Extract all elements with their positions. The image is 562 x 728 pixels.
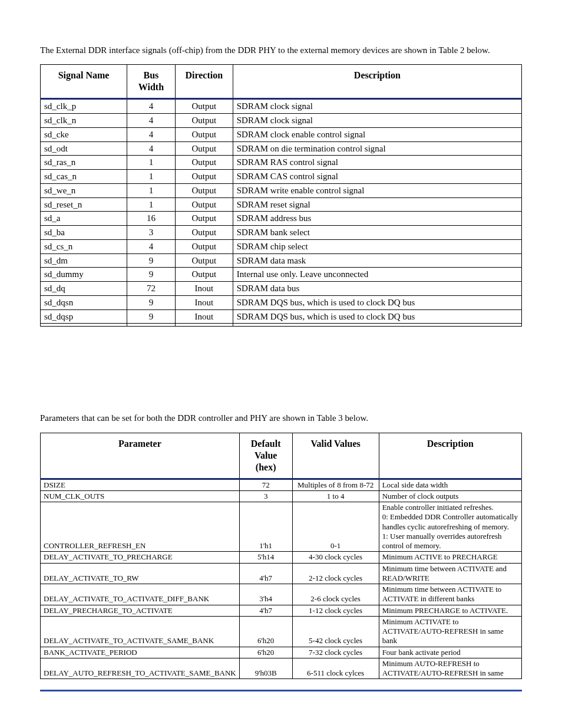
table-cell: SDRAM clock signal (233, 114, 521, 128)
table-cell: 1 (127, 156, 176, 170)
table-cell: DELAY_ACTIVATE_TO_RW (41, 563, 240, 584)
table-row: sd_reset_n1OutputSDRAM reset signal (41, 197, 522, 212)
table-cell: Four bank activate period (379, 647, 521, 658)
table-cell: CONTROLLER_REFRESH_EN (41, 502, 240, 552)
table-cell: 4 (127, 141, 176, 156)
table-cell: 3 (239, 490, 292, 502)
table-row: DELAY_ACTIVATE_TO_ACTIVATE_DIFF_BANK3'h4… (41, 584, 522, 605)
table-cell: Number of clock outputs (379, 490, 521, 502)
table-cell: Output (175, 212, 233, 226)
table-cell: DELAY_ACTIVATE_TO_PRECHARGE (41, 552, 240, 563)
col-direction: Direction (175, 65, 233, 99)
table-cell: Minimum ACTIVATE to ACTIVATE/AUTO-REFRES… (379, 616, 521, 647)
table-cell: sd_dqsp (41, 309, 127, 324)
table-row: DELAY_ACTIVATE_TO_ACTIVATE_SAME_BANK6'h2… (41, 616, 522, 647)
footer-rule (40, 690, 522, 691)
table-cell: 2-12 clock cycles (292, 563, 379, 584)
table-cell: Inout (175, 309, 233, 324)
table-cell: NUM_CLK_OUTS (41, 490, 240, 502)
table-cell: sd_clk_p (41, 99, 127, 114)
table-cell: sd_reset_n (41, 197, 127, 212)
table-row: sd_ba3OutputSDRAM bank select (41, 226, 522, 240)
table-cell: 1 (127, 197, 176, 212)
table-cell: SDRAM on die termination control signal (233, 141, 521, 156)
table-row: sd_clk_p4OutputSDRAM clock signal (41, 99, 522, 114)
table-cell: SDRAM clock enable control signal (233, 127, 521, 141)
table-cell: DSIZE (41, 479, 240, 490)
col-signal-name: Signal Name (41, 65, 127, 99)
table-row: sd_dm9OutputSDRAM data mask (41, 253, 522, 268)
table-cell: SDRAM address bus (233, 212, 521, 226)
table-cell: 4 (127, 114, 176, 128)
table-cell: Output (175, 197, 233, 212)
table-cell: 1'h1 (239, 502, 292, 552)
table-cell: Output (175, 156, 233, 170)
signal-table: Signal Name Bus Width Direction Descript… (40, 64, 522, 327)
table-cell: 72 (239, 479, 292, 490)
table-cell: 4-30 clock cycles (292, 552, 379, 563)
table-cell: 5-42 clock cycles (292, 616, 379, 647)
table-row: sd_cas_n1OutputSDRAM CAS control signal (41, 170, 522, 184)
table-cell: sd_dqsn (41, 295, 127, 309)
table-row: DSIZE72Multiples of 8 from 8-72Local sid… (41, 479, 522, 490)
table-cell: 3 (127, 226, 176, 240)
table-cell: 9 (127, 309, 176, 324)
table-cell: 4 (127, 127, 176, 141)
table-row: sd_ras_n1OutputSDRAM RAS control signal (41, 156, 522, 170)
table-row: sd_dummy9OutputInternal use only. Leave … (41, 268, 522, 282)
intro-text-2: Parameters that can be set for both the … (40, 412, 522, 424)
table-cell: Output (175, 226, 233, 240)
table-cell: Inout (175, 282, 233, 296)
table-cell: Output (175, 253, 233, 268)
table-cell: SDRAM data mask (233, 253, 521, 268)
table-cell: 1 to 4 (292, 490, 379, 502)
table-cell: 9 (127, 268, 176, 282)
table-cell: 4 (127, 239, 176, 253)
table-cell: Internal use only. Leave unconnected (233, 268, 521, 282)
table-cell: SDRAM data bus (233, 282, 521, 296)
table-cell: Minimum PRECHARGE to ACTIVATE. (379, 605, 521, 616)
table-cell: Output (175, 127, 233, 141)
table-cell: SDRAM CAS control signal (233, 170, 521, 184)
table-row: sd_odt4OutputSDRAM on die termination co… (41, 141, 522, 156)
table-cell: sd_ba (41, 226, 127, 240)
col-valid-values: Valid Values (292, 433, 379, 479)
table-row: sd_we_n1OutputSDRAM write enable control… (41, 183, 522, 197)
table-cell: 4'h7 (239, 605, 292, 616)
table-cell: sd_a (41, 212, 127, 226)
table-cell: 9'h03B (239, 658, 292, 679)
table-cell: 3'h4 (239, 584, 292, 605)
table-cell: SDRAM DQS bus, which is used to clock DQ… (233, 309, 521, 324)
table-cell: sd_clk_n (41, 114, 127, 128)
table-cell: 4 (127, 99, 176, 114)
table-cell: sd_cs_n (41, 239, 127, 253)
table-row: sd_cke4OutputSDRAM clock enable control … (41, 127, 522, 141)
table-cell: Minimum time between ACTIVATE to ACTIVAT… (379, 584, 521, 605)
table-cell: 6'h20 (239, 616, 292, 647)
table-cell: SDRAM write enable control signal (233, 183, 521, 197)
table-cell: DELAY_AUTO_REFRESH_TO_ACTIVATE_SAME_BANK (41, 658, 240, 679)
col-parameter: Parameter (41, 433, 240, 479)
table-cell: 0-1 (292, 502, 379, 552)
table-cell: sd_cas_n (41, 170, 127, 184)
parameter-table: Parameter Default Value (hex) Valid Valu… (40, 433, 522, 680)
table-cell: Multiples of 8 from 8-72 (292, 479, 379, 490)
table-row: DELAY_ACTIVATE_TO_RW4'h72-12 clock cycle… (41, 563, 522, 584)
table-cell: 1-12 clock cycles (292, 605, 379, 616)
table-cell: 6'h20 (239, 647, 292, 658)
table-cell: Output (175, 183, 233, 197)
table-cell: SDRAM chip select (233, 239, 521, 253)
table-cell: SDRAM clock signal (233, 99, 521, 114)
table-cell: sd_dummy (41, 268, 127, 282)
table-cell: Output (175, 170, 233, 184)
col-default-value: Default Value (hex) (239, 433, 292, 479)
table-cell: DELAY_ACTIVATE_TO_ACTIVATE_DIFF_BANK (41, 584, 240, 605)
table-cell: sd_dm (41, 253, 127, 268)
table-cell: Minimum ACTIVE to PRECHARGE (379, 552, 521, 563)
table-row: DELAY_AUTO_REFRESH_TO_ACTIVATE_SAME_BANK… (41, 658, 522, 679)
table-row: CONTROLLER_REFRESH_EN1'h10-1Enable contr… (41, 502, 522, 552)
table-row: sd_clk_n4OutputSDRAM clock signal (41, 114, 522, 128)
table-cell (41, 324, 127, 327)
table-cell: sd_dq (41, 282, 127, 296)
table-cell: 9 (127, 253, 176, 268)
